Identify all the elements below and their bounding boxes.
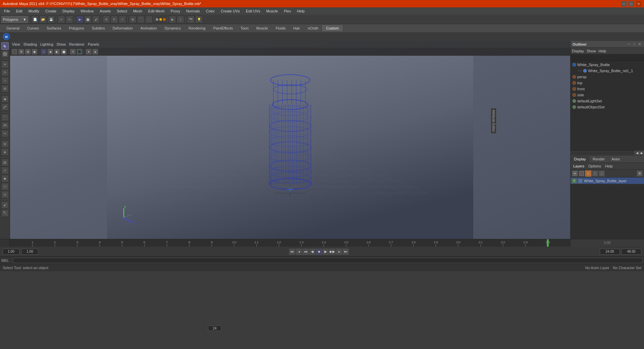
vp-shading-menu[interactable]: Shading: [23, 42, 37, 46]
uv-editor[interactable]: ⬡: [1, 183, 9, 190]
delete-layer-btn[interactable]: [579, 170, 585, 177]
vp-renderer-menu[interactable]: Renderer: [69, 42, 85, 46]
tool-light[interactable]: 💡: [195, 16, 203, 23]
layer-color-btn[interactable]: C: [585, 170, 591, 177]
layer-item[interactable]: V White_Spray_Bottle_layer: [571, 178, 644, 184]
tool-ipr[interactable]: I: [177, 16, 184, 23]
menu-item-file[interactable]: File: [1, 8, 13, 14]
play-forward[interactable]: ▶: [323, 249, 329, 255]
vp-panels-menu[interactable]: Panels: [88, 42, 99, 46]
module-tab-animation[interactable]: Animation: [137, 25, 161, 31]
module-tab-toon[interactable]: Toon: [237, 25, 252, 31]
default-tool[interactable]: ◈: [1, 148, 9, 156]
menu-item-display[interactable]: Display: [60, 8, 77, 14]
end-time-field[interactable]: 48.00: [621, 249, 641, 255]
menu-item-proxy[interactable]: Proxy: [168, 8, 183, 14]
new-layer-btn[interactable]: [572, 170, 578, 177]
tool-lasso[interactable]: ⬤: [84, 16, 92, 23]
outliner-help-menu[interactable]: Help: [599, 49, 606, 53]
sculpt-tool[interactable]: [1, 103, 9, 111]
vp-lighting-menu[interactable]: Lighting: [40, 42, 53, 46]
step-forward-key[interactable]: ▶▶: [329, 249, 335, 255]
start-time-field[interactable]: 1.00: [3, 249, 19, 255]
vp-select-cam[interactable]: 🎥: [11, 49, 17, 55]
vp-view-menu[interactable]: View: [12, 42, 20, 46]
display-tab[interactable]: Display: [571, 156, 589, 162]
menu-item-color[interactable]: Color: [203, 8, 217, 14]
module-tab-painteffects[interactable]: PaintEffects: [210, 25, 237, 31]
vp-camera-attrs[interactable]: ⚙: [18, 49, 24, 55]
tool-scale[interactable]: ⤡: [119, 16, 126, 23]
module-tab-surfaces[interactable]: Surfaces: [43, 25, 65, 31]
tree-item-side[interactable]: side: [571, 92, 644, 98]
module-tab-muscle[interactable]: Muscle: [253, 25, 272, 31]
close-button[interactable]: ✕: [636, 1, 641, 6]
vp-xray[interactable]: ✦: [86, 49, 92, 55]
tool-open[interactable]: 📂: [39, 16, 47, 23]
play-reverse[interactable]: ◀: [309, 249, 315, 255]
tree-item-defaultLightSet[interactable]: defaultLightSet: [571, 98, 644, 104]
module-tab-subdivs[interactable]: Subdivs: [88, 25, 109, 31]
step-back-frame[interactable]: ◂: [296, 249, 302, 255]
tree-item-defaultObjectSet[interactable]: defaultObjectSet: [571, 104, 644, 110]
module-tab-hair[interactable]: Hair: [289, 25, 304, 31]
outliner-scrollbar[interactable]: ◀ ▶: [571, 150, 644, 155]
current-frame-input[interactable]: 24: [208, 326, 221, 331]
tool-rotate[interactable]: ↻: [111, 16, 118, 23]
pencil-curve-tool[interactable]: ✏: [1, 130, 9, 137]
outliner-search[interactable]: [571, 54, 644, 61]
tool-snap-point[interactable]: ·: [145, 16, 153, 23]
tool-camera[interactable]: 📷: [187, 16, 195, 23]
module-tab-ncloth[interactable]: nCloth: [304, 25, 322, 31]
outliner-show-menu[interactable]: Show: [587, 49, 596, 53]
cv-curve-tool[interactable]: ⌒: [1, 114, 9, 121]
outliner-close[interactable]: ✕: [637, 42, 642, 46]
module-tab-dynamics[interactable]: Dynamics: [161, 25, 184, 31]
step-forward-frame[interactable]: ▸: [336, 249, 342, 255]
layer-editor[interactable]: ≡: [1, 167, 9, 174]
layer-down-btn[interactable]: ↓: [599, 170, 605, 177]
move-tool[interactable]: ✛: [1, 61, 9, 68]
show-manipulator[interactable]: ⊕: [1, 140, 9, 148]
playback-start-field[interactable]: 1.00: [21, 249, 38, 255]
menu-item-help[interactable]: Help: [294, 8, 307, 14]
module-tab-fluids[interactable]: Fluids: [272, 25, 289, 31]
module-tab-curves[interactable]: Curves: [23, 25, 43, 31]
attribute-editor-tab[interactable]: Attribute Editor: [491, 108, 496, 134]
menu-item-normals[interactable]: Normals: [183, 8, 203, 14]
tree-item-front[interactable]: front: [571, 86, 644, 92]
tree-item-persp[interactable]: persp: [571, 74, 644, 80]
vp-show-menu[interactable]: Show: [57, 42, 66, 46]
scale-tool[interactable]: ⤡: [1, 77, 9, 84]
menu-item-edit[interactable]: Edit: [13, 8, 25, 14]
vp-film-gate[interactable]: ▣: [32, 49, 38, 55]
paint-weights[interactable]: 🖌: [1, 201, 9, 209]
layer-visibility[interactable]: V: [572, 179, 577, 183]
rotate-tool[interactable]: ↻: [1, 69, 9, 76]
soft-mod-tool[interactable]: ◉: [1, 95, 9, 103]
tool-paint[interactable]: 🖌: [92, 16, 100, 23]
minimize-button[interactable]: ─: [621, 1, 627, 6]
weight-hammer[interactable]: 🔨: [1, 209, 9, 217]
tool-move[interactable]: ✛: [103, 16, 110, 23]
module-tab-deformation[interactable]: Deformation: [109, 25, 137, 31]
tree-item-white_spray_bottle_nd1[interactable]: └─White_Spray_Bottle_nd1_1: [571, 68, 644, 74]
menu-item-window[interactable]: Window: [78, 8, 96, 14]
menu-item-muscle[interactable]: Muscle: [264, 8, 281, 14]
polygon-mode-dropdown[interactable]: Polygons ▼: [1, 16, 28, 23]
menu-item-mesh[interactable]: Mesh: [130, 8, 145, 14]
tool-render[interactable]: ▶: [169, 16, 176, 23]
vp-smooth-shade[interactable]: ◉: [47, 49, 53, 55]
menu-item-create-uvs[interactable]: Create UVs: [218, 8, 243, 14]
tool-redo[interactable]: ↪: [66, 16, 73, 23]
outliner-display-menu[interactable]: Display: [572, 49, 584, 53]
current-frame-display[interactable]: 24.00: [600, 249, 620, 255]
vp-wireframe[interactable]: ⬡: [41, 49, 47, 55]
outliner-maximize[interactable]: □: [632, 42, 637, 46]
transform-tool[interactable]: ⊞: [1, 85, 9, 92]
help-subtab[interactable]: Help: [604, 164, 614, 168]
hypershade[interactable]: ◆: [1, 175, 9, 182]
stop[interactable]: ■: [316, 249, 322, 255]
layer-up-btn[interactable]: ↑: [592, 170, 598, 177]
tree-item-white_spray_bottle[interactable]: White_Spray_Bottle: [571, 62, 644, 68]
